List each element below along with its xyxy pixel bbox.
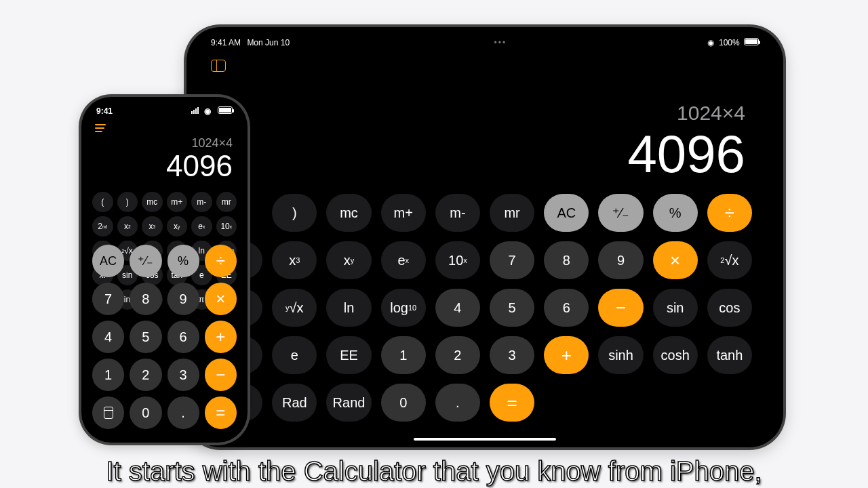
status-time: 9:41 AM: [211, 38, 241, 47]
percent-button[interactable]: %: [167, 245, 199, 277]
subtitle-caption: It starts with the Calculator that you k…: [0, 456, 868, 488]
multiply-button[interactable]: ×: [653, 241, 698, 279]
digit-5-button[interactable]: 5: [130, 321, 161, 353]
x-squared-button[interactable]: x2: [117, 216, 138, 237]
x-cubed-button[interactable]: x3: [272, 241, 317, 279]
digit-9-button[interactable]: 9: [167, 283, 199, 315]
decimal-button[interactable]: .: [435, 384, 480, 422]
digit-4-button[interactable]: 4: [435, 289, 480, 327]
digit-0-button[interactable]: 0: [130, 396, 161, 429]
calculator-mode-button[interactable]: [92, 396, 124, 429]
paren-close-button[interactable]: ): [272, 194, 317, 232]
equals-button[interactable]: =: [205, 396, 237, 429]
digit-1-button[interactable]: 1: [92, 359, 124, 391]
subtract-button[interactable]: −: [205, 359, 237, 391]
memory-clear-button[interactable]: mc: [326, 194, 371, 232]
history-list-icon[interactable]: [95, 124, 106, 132]
second-button[interactable]: 2nd: [92, 216, 113, 237]
sin-button[interactable]: sin: [653, 289, 698, 327]
rand-button[interactable]: Rand: [326, 384, 371, 422]
memory-plus-button[interactable]: m+: [381, 194, 426, 232]
square-root-button[interactable]: 2√x: [707, 241, 752, 279]
digit-7-button[interactable]: 7: [490, 241, 534, 279]
iphone-device: 9:41 ◉ 1024×4 4096 ()mcm+m-mr2ndx2x3xyex…: [81, 97, 248, 443]
multitask-dots-icon[interactable]: •••: [494, 38, 507, 47]
memory-plus-button[interactable]: m+: [167, 192, 188, 212]
expression-text: 1024×4: [166, 136, 233, 150]
add-button[interactable]: +: [544, 336, 589, 374]
y-root-button[interactable]: y√x: [272, 289, 317, 327]
ten-power-x-button[interactable]: 10x: [435, 241, 480, 279]
e-power-x-button[interactable]: ex: [381, 241, 426, 279]
digit-5-button[interactable]: 5: [490, 289, 534, 327]
cellular-icon: [191, 107, 199, 114]
battery-icon: [744, 38, 759, 45]
digit-2-button[interactable]: 2: [435, 336, 480, 374]
x-power-y-button[interactable]: xy: [326, 241, 371, 279]
ipad-display: 1024×4 4096: [627, 102, 745, 180]
decimal-button[interactable]: .: [167, 396, 199, 429]
wifi-icon: ◉: [204, 106, 211, 116]
sinh-button[interactable]: sinh: [598, 336, 643, 374]
digit-2-button[interactable]: 2: [130, 359, 161, 391]
memory-recall-button[interactable]: mr: [490, 194, 534, 232]
all-clear-button[interactable]: AC: [92, 245, 124, 277]
e-power-x-button[interactable]: ex: [191, 216, 212, 237]
memory-recall-button[interactable]: mr: [216, 192, 237, 212]
ipad-device: 9:41 AM Mon Jun 10 ••• ◉ 100% 1024×4 409…: [186, 27, 783, 447]
subtract-button[interactable]: −: [598, 289, 643, 327]
ipad-status-bar: 9:41 AM Mon Jun 10 ••• ◉ 100%: [211, 38, 759, 47]
result-text: 4096: [627, 127, 745, 180]
digit-8-button[interactable]: 8: [130, 283, 161, 315]
digit-3-button[interactable]: 3: [167, 359, 199, 391]
calculator-icon: [104, 407, 113, 419]
log-base-10-button[interactable]: log10: [381, 289, 426, 327]
digit-6-button[interactable]: 6: [544, 289, 589, 327]
cosh-button[interactable]: cosh: [653, 336, 698, 374]
digit-8-button[interactable]: 8: [544, 241, 589, 279]
status-date: Mon Jun 10: [247, 38, 290, 47]
digit-1-button[interactable]: 1: [381, 336, 426, 374]
digit-4-button[interactable]: 4: [92, 321, 124, 353]
natural-log-button[interactable]: ln: [326, 289, 371, 327]
rad-button[interactable]: Rad: [272, 384, 317, 422]
percent-button[interactable]: %: [653, 194, 698, 232]
phone-status-bar: 9:41 ◉: [96, 106, 233, 116]
memory-minus-button[interactable]: m-: [191, 192, 212, 212]
divide-button[interactable]: ÷: [205, 245, 237, 277]
paren-open-button[interactable]: (: [92, 192, 113, 212]
sign-toggle-button[interactable]: ⁺∕₋: [130, 245, 161, 277]
cos-button[interactable]: cos: [707, 289, 752, 327]
sign-toggle-button[interactable]: ⁺∕₋: [598, 194, 643, 232]
divide-button[interactable]: ÷: [707, 194, 752, 232]
status-right: ◉: [191, 106, 233, 116]
add-button[interactable]: +: [205, 321, 237, 353]
battery-icon: [218, 106, 233, 114]
digit-9-button[interactable]: 9: [598, 241, 643, 279]
phone-display: 1024×4 4096: [166, 136, 233, 182]
sidebar-toggle-icon[interactable]: [211, 60, 226, 72]
all-clear-button[interactable]: AC: [544, 194, 589, 232]
result-text: 4096: [166, 150, 233, 182]
digit-0-button[interactable]: 0: [381, 384, 426, 422]
multiply-button[interactable]: ×: [205, 283, 237, 315]
status-time: 9:41: [96, 106, 113, 116]
status-right: ◉ 100%: [707, 38, 759, 47]
ten-power-x-button[interactable]: 10x: [216, 216, 237, 237]
wifi-icon: ◉: [707, 38, 714, 47]
digit-7-button[interactable]: 7: [92, 283, 124, 315]
digit-6-button[interactable]: 6: [167, 321, 199, 353]
battery-label: 100%: [719, 38, 740, 47]
paren-close-button[interactable]: ): [117, 192, 138, 212]
euler-e-button[interactable]: e: [272, 336, 317, 374]
memory-clear-button[interactable]: mc: [142, 192, 163, 212]
tanh-button[interactable]: tanh: [707, 336, 752, 374]
memory-minus-button[interactable]: m-: [435, 194, 480, 232]
digit-3-button[interactable]: 3: [490, 336, 534, 374]
expression-text: 1024×4: [627, 102, 745, 125]
equals-button[interactable]: =: [490, 384, 534, 422]
x-power-y-button[interactable]: xy: [167, 216, 188, 237]
x-cubed-button[interactable]: x3: [142, 216, 163, 237]
home-indicator[interactable]: [414, 438, 556, 441]
ee-button[interactable]: EE: [326, 336, 371, 374]
